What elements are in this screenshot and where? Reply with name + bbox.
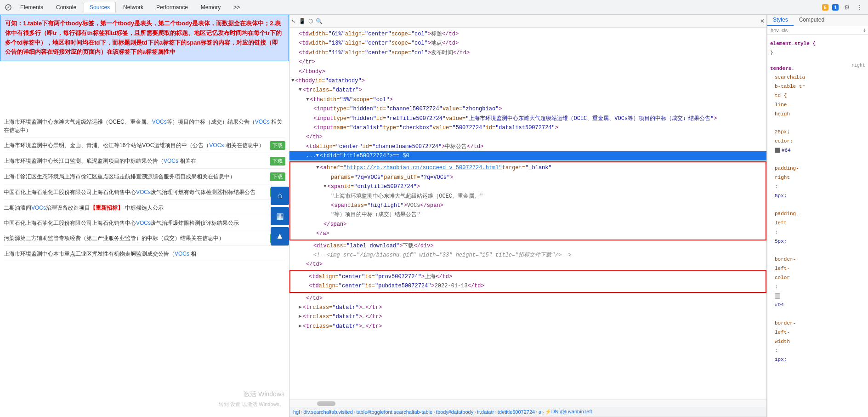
devtools-menu-icon[interactable] xyxy=(4,3,13,12)
tab-memory[interactable]: Memory xyxy=(195,2,226,12)
download-button[interactable]: 下载 xyxy=(270,172,285,181)
style-block-tenders: tenders. right searchalta b-table tr td … xyxy=(770,62,865,365)
tag-label: 【重新招标】 xyxy=(90,205,123,211)
tree-line: ▼ <th width="5%" scope="col"> xyxy=(289,95,766,104)
vocs-link[interactable]: VOCs xyxy=(136,220,151,226)
tree-line: <td width="13%" align="center" scope="co… xyxy=(289,39,766,48)
tree-line-comment: <!--<img src="/img/biaoshu.gif" width="3… xyxy=(289,251,766,260)
breadcrumb-tbody[interactable]: tbody#datatbody xyxy=(436,409,473,415)
horizontal-scrollbar[interactable] xyxy=(289,400,766,407)
search-icon[interactable]: 🔍 xyxy=(316,18,323,24)
list-item-text: 上海市环境监测中心东滩大气超级站运维（OCEC、重金属、VOCs等）项目的中标（… xyxy=(4,118,285,134)
style-prop-line: left- xyxy=(770,264,865,274)
vocs-link[interactable]: VOCs xyxy=(209,142,224,149)
more-options-icon[interactable]: ⋮ xyxy=(855,3,864,12)
tree-line: <td width="61%" align="center" scope="co… xyxy=(289,29,766,39)
breadcrumb-td[interactable]: td#title50072724 xyxy=(498,409,535,415)
style-prop-line: : xyxy=(770,283,865,292)
style-source: right xyxy=(851,62,865,74)
tab-computed[interactable]: Computed xyxy=(794,15,830,26)
vocs-link[interactable]: VOCs xyxy=(152,119,167,125)
breadcrumb-div[interactable]: div.searchaltab.visited xyxy=(303,409,352,415)
styles-filter-input[interactable] xyxy=(769,28,861,33)
vocs-link[interactable]: VOCs xyxy=(31,205,46,211)
close-icon[interactable]: ✕ xyxy=(760,18,765,24)
tab-console[interactable]: Console xyxy=(51,2,82,12)
breadcrumb-dn[interactable]: ⚡DN.@luyanbin.left xyxy=(545,409,592,415)
tree-line: "等）项目的中标（成交）结果公告" xyxy=(292,210,764,219)
tree-line-selected[interactable]: ... ▼ <td id="title50072724"> == $0 xyxy=(289,151,766,160)
list-item: 上海市环境监测中心东滩大气超级站运维（OCEC、重金属、VOCs等）项目的中标（… xyxy=(4,118,285,137)
color-swatch-2 xyxy=(775,293,780,299)
tree-line: </td> xyxy=(289,260,766,269)
devtools-topbar: Elements Console Sources Network Perform… xyxy=(0,0,868,15)
mobile-icon[interactable]: 📱 xyxy=(299,18,306,24)
styles-filter: + xyxy=(767,26,868,35)
breadcrumb-tr[interactable]: tr.datatr xyxy=(477,409,494,415)
tree-line: <span class="highlight">VOCs</span> xyxy=(292,201,764,210)
download-button[interactable]: 下载 xyxy=(270,141,285,150)
inspect-icon[interactable]: ⬡ xyxy=(308,18,313,24)
style-block-element: element.style { } xyxy=(770,40,865,58)
style-prop-line: #D4 xyxy=(770,301,865,310)
download-button[interactable]: 下载 xyxy=(270,157,285,166)
style-prop-line xyxy=(770,310,865,319)
tree-line: </a> xyxy=(292,229,764,238)
list-item: 上海市环境监测中心本市重点工业区挥发性有机物走舸监测成交公告（VOCs 相 xyxy=(4,250,285,261)
tree-line: </th> xyxy=(289,132,766,142)
topbar-icons: 6 1 ⚙ ⋮ xyxy=(822,3,864,12)
tab-more[interactable]: >> xyxy=(228,2,245,12)
tree-line: <div class="label download">下载</div> xyxy=(289,241,766,251)
tree-line: </span> xyxy=(292,220,764,229)
style-prop-line: line- xyxy=(770,101,865,110)
style-prop-line: searchalta xyxy=(770,73,865,82)
qr-code-button[interactable]: ▦ xyxy=(271,207,289,225)
list-item-text: 上海市环境监测中心本市重点工业区挥发性有机物走舸监测成交公告（VOCs 相 xyxy=(4,250,285,258)
style-prop-line: #64 xyxy=(770,146,865,155)
home-button[interactable]: ⌂ xyxy=(271,187,289,205)
top-button[interactable]: ▲ xyxy=(271,227,289,246)
tree-line: ▶ <tr class="datatr">…</tr> xyxy=(289,303,766,312)
settings-icon[interactable]: ⚙ xyxy=(842,3,851,12)
list-item-text: 二期油漆间VOCs治理设备改造项目【重新招标】-中标候选人公示 xyxy=(4,204,285,212)
list-item: 上海市环境监测中心崇明、金山、青浦、松江等16个站站VOC运维项目的中（公告（V… xyxy=(4,141,285,153)
tab-styles[interactable]: Styles xyxy=(767,15,794,26)
tree-line: <td align="center" id="pubdate50072724">… xyxy=(292,281,764,291)
style-prop-line xyxy=(770,201,865,210)
vocs-link-2[interactable]: VOCs xyxy=(255,119,270,125)
style-prop-line xyxy=(770,246,865,256)
outlined-a-box: ▼ <a href="https://zb.zhaobiao.cn/succee… xyxy=(289,161,766,240)
style-prop-line xyxy=(770,119,865,128)
vocs-link[interactable]: VOCs xyxy=(175,251,189,257)
cursor-icon[interactable]: ↖ xyxy=(291,18,296,24)
list-item-text: 上海市徐汇区生态环境局上海市徐汇区重点区域走航排查溯源综合服务项目成果相关在信息… xyxy=(4,172,268,181)
tree-line: <td width="11%" align="center" scope="co… xyxy=(289,48,766,57)
tab-network[interactable]: Network xyxy=(118,2,149,12)
tree-line: <td align="center" id="channelname500727… xyxy=(289,142,766,151)
vocs-link[interactable]: VOCs xyxy=(136,189,151,195)
annotation-overlay: 可知：1.table下有两个tbody标签，第一个tbody是表头，第二个tbo… xyxy=(0,15,289,61)
style-prop-line: left xyxy=(770,219,865,228)
style-prop-line: b-table tr xyxy=(770,82,865,91)
style-prop-line xyxy=(770,155,865,165)
warning-badge: 6 xyxy=(822,4,828,11)
elements-tree[interactable]: <td width="61%" align="center" scope="co… xyxy=(289,28,766,400)
webpage-list: 上海市环境监测中心东滩大气超级站运维（OCEC、重金属、VOCs等）项目的中标（… xyxy=(0,116,289,417)
tree-line: ▶ <tr class="datatr">…</tr> xyxy=(289,322,766,331)
tab-elements[interactable]: Elements xyxy=(15,2,49,12)
tab-performance[interactable]: Performance xyxy=(151,2,193,12)
float-buttons: ⌂ ▦ ▲ xyxy=(271,187,289,246)
annotation-text-1: 可知：1.table下有两个tbody标签，第一个tbody是表头，第二个tbo… xyxy=(5,20,282,55)
list-item: 中国石化上海石油化工股份有限公司上海石化销售中心VOCs废气治理爆炸限检测仪评标… xyxy=(4,219,285,230)
style-selector: element.style { xyxy=(770,40,865,49)
style-prop-line: 1px; xyxy=(770,355,865,365)
styles-content: element.style { } tenders. right searcha… xyxy=(767,35,868,417)
style-prop-line xyxy=(770,292,865,301)
style-prop-line: border- xyxy=(770,255,865,264)
breadcrumb-a[interactable]: a xyxy=(539,409,541,415)
scrollbar-thumb[interactable] xyxy=(317,401,335,406)
tab-sources[interactable]: Sources xyxy=(84,2,116,12)
breadcrumb-table[interactable]: table#togglefont.searchaltab-table xyxy=(356,409,432,415)
breadcrumb-hgl[interactable]: hgl xyxy=(293,409,300,415)
vocs-link[interactable]: VOCs xyxy=(164,158,178,164)
